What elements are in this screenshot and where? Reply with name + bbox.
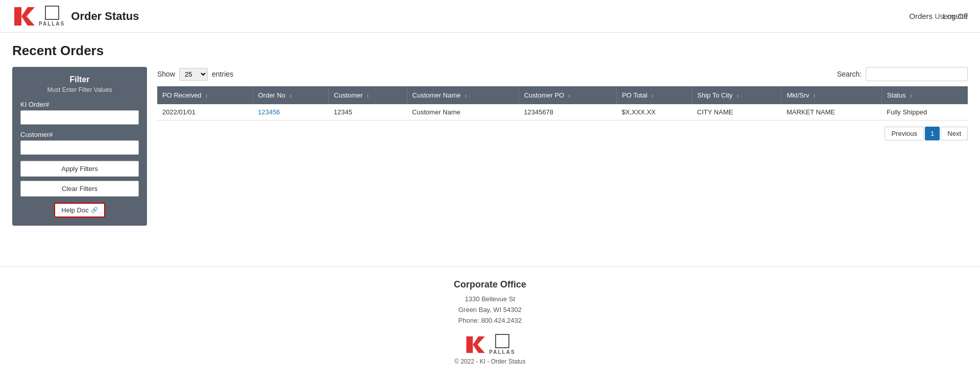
cell-customer-name: Customer Name: [407, 104, 519, 121]
search-label: Search:: [837, 70, 862, 78]
sort-icon: ↕: [366, 93, 369, 99]
sort-icon: ↕: [568, 93, 571, 99]
address-line2: Green Bay, WI 54302: [12, 305, 968, 316]
customer-input[interactable]: [20, 140, 139, 155]
apply-filters-button[interactable]: Apply Filters: [20, 161, 139, 177]
logo-area: PALLAS: [12, 5, 65, 28]
page-title: Recent Orders: [12, 43, 968, 59]
app-title: Order Status: [71, 10, 139, 23]
col-status[interactable]: Status ↕: [881, 86, 968, 104]
status-badge: Fully Shipped: [887, 108, 927, 116]
show-entries-select[interactable]: 25 10 50 100: [179, 68, 208, 81]
search-container: Search:: [837, 67, 968, 81]
cell-ship-to-city: CITY NAME: [692, 104, 781, 121]
content-layout: Filter Must Enter Filter Values KI Order…: [12, 67, 968, 226]
address-line1: 1330 Bellevue St: [12, 294, 968, 305]
show-label: Show: [157, 70, 175, 78]
main-content: Recent Orders Filter Must Enter Filter V…: [0, 33, 980, 236]
pallas-logo: PALLAS: [39, 6, 65, 27]
cell-po-total: $X,XXX.XX: [617, 104, 692, 121]
table-row: 2022/01/01 123456 12345 Customer Name 12…: [157, 104, 968, 121]
copyright: © 2022 - KI - Order Status: [12, 358, 968, 365]
orders-table: PO Received ↕ Order No ↕ Customer ↕ Cust…: [157, 86, 968, 121]
filter-title: Filter: [20, 75, 139, 84]
sort-icon: ↕: [651, 93, 654, 99]
next-page-button[interactable]: Next: [941, 127, 968, 140]
svg-marker-2: [467, 336, 485, 353]
help-doc-button[interactable]: Help Doc 🔗: [54, 203, 105, 218]
filter-subtitle: Must Enter Filter Values: [20, 86, 139, 93]
footer-pallas-label: PALLAS: [489, 349, 515, 355]
sort-icon: ↕: [813, 93, 816, 99]
cell-order-no: 123456: [253, 104, 329, 121]
cell-customer-po: 12345678: [519, 104, 617, 121]
table-header-row: PO Received ↕ Order No ↕ Customer ↕ Cust…: [157, 86, 968, 104]
customer-label: Customer#: [20, 131, 139, 138]
sort-icon: ↕: [910, 93, 912, 99]
col-customer[interactable]: Customer ↕: [329, 86, 407, 104]
pallas-square-icon: [45, 6, 59, 20]
cell-po-received: 2022/01/01: [157, 104, 253, 121]
sort-icon: ↕: [464, 93, 467, 99]
entries-label: entries: [212, 70, 233, 78]
sort-icon: ↕: [737, 93, 739, 99]
col-customer-name[interactable]: Customer Name ↕: [407, 86, 519, 104]
sort-icon: ↕: [289, 93, 292, 99]
footer-logo-row: PALLAS: [12, 334, 968, 355]
footer-pallas-logo: PALLAS: [489, 334, 515, 355]
pagination: Previous 1 Next: [157, 127, 968, 140]
username-display: Username: [935, 12, 968, 20]
filter-panel: Filter Must Enter Filter Values KI Order…: [12, 67, 147, 226]
svg-marker-0: [14, 7, 35, 26]
footer-address: 1330 Bellevue St Green Bay, WI 54302 Pho…: [12, 294, 968, 326]
clear-filters-button[interactable]: Clear Filters: [20, 181, 139, 197]
footer-pallas-square-icon: [495, 334, 509, 348]
col-ship-to-city[interactable]: Ship To City ↕: [692, 86, 781, 104]
col-mkt-srv[interactable]: Mkt/Srv ↕: [781, 86, 881, 104]
col-customer-po[interactable]: Customer PO ↕: [519, 86, 617, 104]
ki-order-input[interactable]: [20, 110, 139, 125]
sort-icon: ↕: [205, 93, 208, 99]
external-link-icon: 🔗: [91, 207, 98, 213]
ki-logo-icon: [12, 5, 35, 28]
footer-ki-logo-icon: [464, 334, 485, 355]
cell-mkt-srv: MARKET NAME: [781, 104, 881, 121]
corporate-title: Corporate Office: [12, 279, 968, 290]
footer: Corporate Office 1330 Bellevue St Green …: [0, 267, 980, 377]
col-order-no[interactable]: Order No ↕: [253, 86, 329, 104]
previous-page-button[interactable]: Previous: [885, 127, 924, 140]
col-po-total[interactable]: PO Total ↕: [617, 86, 692, 104]
current-page-number[interactable]: 1: [925, 127, 940, 140]
table-area: Show 25 10 50 100 entries Search: PO Rec…: [157, 67, 968, 140]
order-link[interactable]: 123456: [258, 108, 280, 116]
nav-orders[interactable]: Orders: [909, 12, 933, 20]
pallas-label: PALLAS: [39, 21, 65, 27]
table-controls: Show 25 10 50 100 entries Search:: [157, 67, 968, 81]
search-input[interactable]: [866, 67, 968, 81]
header: PALLAS Order Status Orders Log Off Usern…: [0, 0, 980, 33]
ki-order-label: KI Order#: [20, 101, 139, 108]
cell-status: Fully Shipped: [881, 104, 968, 121]
col-po-received[interactable]: PO Received ↕: [157, 86, 253, 104]
phone: Phone: 800.424.2432: [12, 316, 968, 326]
cell-customer: 12345: [329, 104, 407, 121]
